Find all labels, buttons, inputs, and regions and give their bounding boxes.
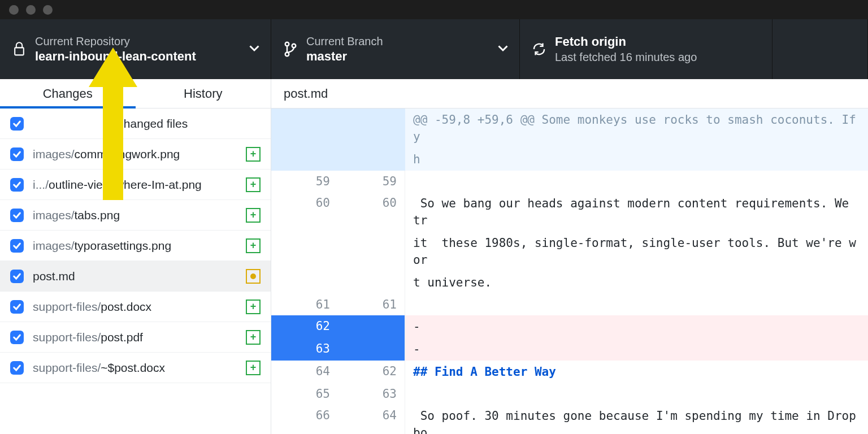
file-checkbox[interactable] — [10, 300, 24, 314]
file-path: post.md — [33, 270, 246, 283]
line-number-new: 61 — [338, 294, 405, 315]
file-row[interactable]: images/tabs.png+ — [0, 200, 271, 231]
line-number-old: 65 — [271, 383, 338, 405]
file-row[interactable]: post.md — [0, 261, 271, 292]
line-number-new — [338, 108, 405, 148]
repo-label: Current Repository — [35, 34, 249, 49]
file-checkbox[interactable] — [10, 270, 24, 283]
fetch-title: Fetch origin — [555, 34, 761, 50]
file-path: images/tabs.png — [33, 209, 246, 222]
line-number-old: 60 — [271, 192, 338, 232]
branch-label: Current Branch — [306, 34, 498, 49]
lock-icon — [11, 42, 27, 57]
select-all-checkbox[interactable] — [10, 117, 24, 131]
diff-line-content: - — [405, 315, 868, 338]
tab-changes-label: Changes — [43, 86, 93, 101]
app-toolbar: Current Repository learn-inbound-lean-co… — [0, 19, 868, 79]
diff-row: t universe. — [271, 271, 868, 294]
diff-line-content: So poof. 30 minutes gone because I'm spe… — [405, 405, 868, 434]
line-number-new: 62 — [338, 361, 405, 383]
changes-summary: 8 changed files — [0, 108, 271, 139]
diff-row: 6060 So we bang our heads against modern… — [271, 192, 868, 232]
status-added-icon: + — [246, 147, 261, 162]
file-row[interactable]: support-files/post.docx+ — [0, 292, 271, 322]
file-checkbox[interactable] — [10, 239, 24, 253]
status-added-icon: + — [246, 330, 261, 345]
file-checkbox[interactable] — [10, 178, 24, 192]
chevron-down-icon — [498, 44, 508, 54]
status-modified-icon — [246, 269, 261, 284]
file-row[interactable]: images/typorasettings.png+ — [0, 231, 271, 261]
svg-point-3 — [292, 44, 296, 48]
diff-row: 5959 — [271, 171, 868, 192]
status-added-icon: + — [246, 300, 261, 314]
fetch-button[interactable]: Fetch origin Last fetched 16 minutes ago — [520, 19, 772, 79]
changes-count: 8 changed files — [35, 117, 261, 131]
file-path: i.../outline-view-where-Im-at.png — [33, 178, 246, 192]
file-row[interactable]: i.../outline-view-where-Im-at.png+ — [0, 170, 271, 200]
diff-line-content: t universe. — [405, 271, 868, 294]
file-row[interactable]: images/committingwork.png+ — [0, 139, 271, 170]
file-checkbox[interactable] — [10, 209, 24, 222]
tab-history-label: History — [184, 86, 222, 101]
line-number-new: 63 — [338, 383, 405, 405]
line-number-old: 63 — [271, 338, 338, 361]
diff-line-content: So we bang our heads against modern cont… — [405, 192, 868, 232]
file-checkbox[interactable] — [10, 361, 24, 375]
line-number-new — [338, 271, 405, 294]
diff-row: 6664 So poof. 30 minutes gone because I'… — [271, 405, 868, 434]
file-checkbox[interactable] — [10, 331, 24, 344]
traffic-minimize-icon[interactable] — [26, 5, 36, 15]
status-added-icon: + — [246, 177, 261, 192]
line-number-new — [338, 232, 405, 271]
diff-line-content — [405, 294, 868, 315]
status-added-icon: + — [246, 238, 261, 253]
diff-line-content: - — [405, 338, 868, 361]
line-number-old — [271, 232, 338, 271]
diff-line-content: it these 1980s, single-format, single-us… — [405, 232, 868, 271]
file-row[interactable]: support-files/~$post.docx+ — [0, 353, 271, 383]
line-number-new: 60 — [338, 192, 405, 232]
diff-line-content: ## Find A Better Way — [405, 361, 868, 383]
line-number-old — [271, 271, 338, 294]
sync-icon — [531, 42, 547, 57]
sidebar-tabs: Changes History — [0, 79, 271, 108]
status-added-icon: + — [246, 208, 261, 223]
line-number-old — [271, 148, 338, 171]
window-titlebar — [0, 0, 868, 19]
fetch-subtitle: Last fetched 16 minutes ago — [555, 50, 761, 64]
file-checkbox[interactable] — [10, 147, 24, 161]
repo-switcher[interactable]: Current Repository learn-inbound-lean-co… — [0, 19, 271, 79]
diff-body[interactable]: @@ -59,8 +59,6 @@ Some monkeys use rocks… — [271, 108, 868, 434]
branch-switcher[interactable]: Current Branch master — [271, 19, 520, 79]
diff-row: 63- — [271, 338, 868, 361]
tab-changes[interactable]: Changes — [0, 79, 136, 108]
diff-filename: post.md — [271, 79, 868, 108]
traffic-zoom-icon[interactable] — [43, 5, 53, 15]
diff-line-content — [405, 383, 868, 405]
branch-name: master — [306, 49, 498, 65]
line-number-new — [338, 338, 405, 361]
diff-line-content: @@ -59,8 +59,6 @@ Some monkeys use rocks… — [405, 108, 868, 148]
traffic-close-icon[interactable] — [9, 5, 19, 15]
line-number-old: 64 — [271, 361, 338, 383]
line-number-new: 64 — [338, 405, 405, 434]
diff-row: 62- — [271, 315, 868, 338]
line-number-new: 59 — [338, 171, 405, 192]
chevron-down-icon — [249, 44, 259, 54]
svg-rect-0 — [15, 47, 24, 55]
file-path: support-files/post.docx — [33, 300, 246, 314]
line-number-old — [271, 108, 338, 148]
line-number-old: 62 — [271, 315, 338, 338]
line-number-old: 59 — [271, 171, 338, 192]
file-path: support-files/~$post.docx — [33, 361, 246, 375]
tab-history[interactable]: History — [136, 79, 271, 108]
file-row[interactable]: support-files/post.pdf+ — [0, 322, 271, 353]
file-path: images/committingwork.png — [33, 147, 246, 161]
diff-row: 6161 — [271, 294, 868, 315]
diff-row: 6563 — [271, 383, 868, 405]
file-path: images/typorasettings.png — [33, 239, 246, 253]
file-list: images/committingwork.png+i.../outline-v… — [0, 139, 271, 383]
diff-row: 6462## Find A Better Way — [271, 361, 868, 383]
diff-line-content: h — [405, 148, 868, 171]
